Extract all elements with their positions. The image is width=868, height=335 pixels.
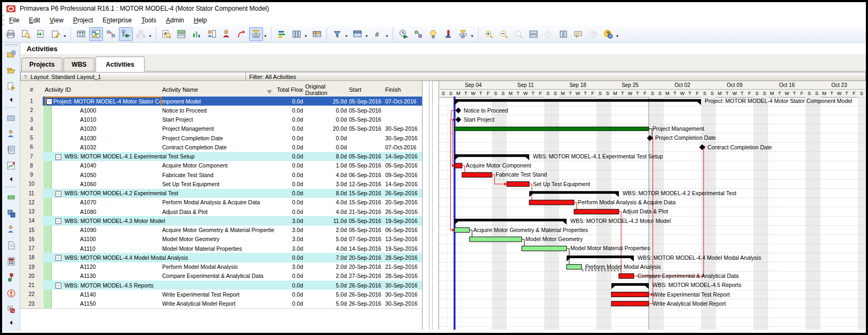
total-float-cell[interactable]: 3.0d [275,226,306,235]
original-duration-cell[interactable]: 3.0d [303,179,349,189]
table-row-wbs[interactable]: 110.0d8.0d15-Sep-201626-Sep-2016–WBS: MO… [20,189,422,198]
number-icon[interactable]: # [371,27,385,41]
start-cell[interactable]: 05-Sep-2016 [347,115,386,125]
start-cell[interactable]: 05-Sep-2016 [347,152,386,162]
row-number[interactable]: 23 [20,299,43,309]
dropdown-arrow-icon[interactable]: ▼ [264,34,267,38]
finish-cell[interactable]: 09-Sep-2016 [383,170,422,180]
assignments-table-icon[interactable] [204,27,218,41]
row-number[interactable]: 17 [20,244,43,253]
row-number[interactable]: 22 [20,290,43,299]
zoom-out-icon[interactable] [497,27,511,41]
sidebar-drag-handle[interactable] [5,44,17,45]
constraint-icon[interactable] [441,27,455,41]
row-number[interactable]: 9 [20,170,43,180]
activity-id-cell[interactable] [43,262,163,272]
finish-cell[interactable]: 06-Sep-2016 [383,226,422,235]
risks-icon[interactable] [5,303,18,316]
activity-id-cell[interactable] [43,133,163,143]
original-duration-cell[interactable]: 5.0d [303,235,349,244]
total-float-cell[interactable]: 0.0d [275,97,306,106]
schedule-clock-icon[interactable] [396,27,410,41]
finish-cell[interactable]: 26-Sep-2016 [383,189,422,198]
group-sort-icon[interactable] [351,27,364,41]
total-float-cell[interactable]: 0.0d [275,179,306,189]
gantt-chart-icon[interactable] [89,27,103,41]
timescale-icon[interactable] [310,27,324,41]
finish-cell[interactable] [383,115,422,125]
collapse-expander-icon[interactable]: – [55,283,61,289]
start-cell[interactable]: 12-Sep-2016 [347,179,386,189]
finish-cell[interactable]: 30-Sep-2016 [383,281,422,290]
collapse-arrow-icon[interactable] [5,176,18,183]
finish-cell[interactable]: 07-Oct-2016 [383,97,422,106]
table-row[interactable]: 60.0d0.0d07-Oct-2016A1032Contract Comple… [20,142,422,151]
table-row[interactable]: 220.0d5.0d26-Sep-201630-Sep-2016A1140Wri… [20,290,422,299]
progress-spotlight-icon[interactable] [249,27,263,41]
total-float-cell[interactable]: 0.0d [275,198,306,208]
row-number[interactable]: 20 [20,272,43,281]
original-duration-cell[interactable]: 2.0d [303,262,349,272]
row-number[interactable]: 10 [20,179,43,189]
column-header-start[interactable]: Start [347,81,386,98]
dropdown-arrow-icon[interactable]: ▼ [365,34,369,38]
activity-id-cell[interactable] [43,235,163,244]
activity-id-cell[interactable] [43,198,163,208]
print-icon[interactable] [4,27,18,41]
activity-id-cell[interactable] [43,124,163,134]
finish-cell[interactable]: 14-Sep-2016 [383,152,422,162]
total-float-cell[interactable]: 0.0d [275,290,306,299]
row-number[interactable]: 6 [20,142,43,152]
trace-logic-icon[interactable] [104,27,118,41]
activity-id-cell[interactable] [43,170,163,180]
level-of-effort-bar[interactable] [455,127,649,131]
tracking-chart-icon[interactable] [5,159,18,172]
projects-folder-icon[interactable] [5,111,18,124]
total-float-cell[interactable]: 0.0d [275,115,306,125]
finish-cell[interactable]: 20-Sep-2016 [383,198,422,208]
dropdown-arrow-icon[interactable]: ▼ [385,34,389,38]
total-float-cell[interactable]: 0.0d [275,272,306,281]
send-project-icon[interactable] [5,80,18,93]
collapse-arrow-icon[interactable] [5,96,18,103]
original-duration-cell[interactable]: 1.0d [303,161,349,171]
horizontal-split-icon[interactable] [527,27,540,41]
start-cell[interactable]: 05-Sep-2016 [347,226,386,235]
total-float-cell[interactable]: 3.0d [275,235,306,244]
start-cell[interactable]: 20-Sep-2016 [347,253,386,262]
new-project-icon[interactable] [5,48,18,61]
menu-item-view[interactable]: View [45,15,68,25]
table-row-project[interactable]: 10.0d25.0d05-Sep-201607-Oct-2016–Project… [20,97,422,106]
timescale-week-cell[interactable]: Oct 02 [656,81,709,89]
level-resources-icon[interactable] [411,27,425,41]
column-header-activity-id[interactable]: Activity ID [43,81,163,98]
menu-item-tools[interactable]: Tools [137,15,161,25]
total-float-cell[interactable]: 3.0d [275,262,306,272]
activity-name-cell[interactable] [160,281,277,290]
page-setup-icon[interactable] [34,27,47,41]
finish-cell[interactable]: 30-Sep-2016 [383,133,422,143]
row-number[interactable]: 12 [20,198,43,208]
finish-cell[interactable]: 19-Sep-2016 [383,244,422,253]
timescale-week-cell[interactable]: Oct 23 [813,81,865,89]
union-progress-icon[interactable] [456,27,470,41]
start-cell[interactable]: 15-Sep-2016 [347,198,386,208]
roles-icon[interactable] [5,207,18,220]
layout-collapse-icon[interactable]: ▽ [24,74,27,79]
start-cell[interactable]: 21-Sep-2016 [347,207,386,217]
row-number[interactable]: 19 [20,262,43,272]
table-row[interactable]: 153.0d2.0d05-Sep-201606-Sep-2016A1090Acq… [20,226,422,235]
start-cell[interactable]: 26-Sep-2016 [347,299,386,309]
start-cell[interactable]: 14-Sep-2016 [347,244,386,253]
row-number[interactable]: 8 [20,161,43,171]
summary-bar[interactable] [455,99,701,105]
gantt-chart-canvas[interactable]: Project: MOTOR MODEL-4 Motor Stator Comp… [439,97,865,330]
activity-id-cell[interactable] [43,106,163,115]
column-header-total-float[interactable]: Total Float [275,81,306,98]
finish-cell[interactable]: 07-Oct-2016 [383,142,422,152]
table-row[interactable]: 230.0d5.0d26-Sep-201630-Sep-2016A1150Wri… [20,299,422,308]
original-duration-cell[interactable]: 5.0d [303,290,349,299]
reflection-icon[interactable] [234,27,248,41]
start-cell[interactable]: 26-Sep-2016 [347,281,386,290]
original-duration-cell[interactable]: 4.0d [303,244,349,253]
